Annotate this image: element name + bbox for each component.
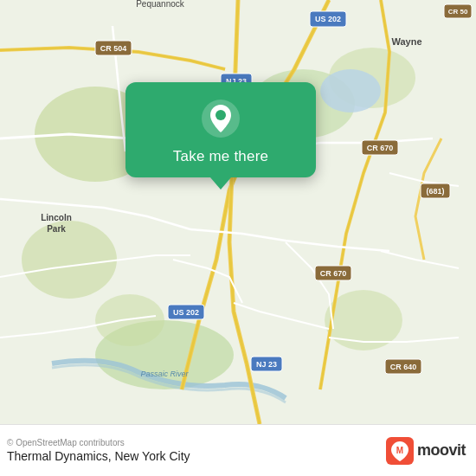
svg-point-36 (215, 110, 226, 120)
svg-point-8 (320, 69, 381, 113)
svg-point-6 (95, 294, 164, 346)
svg-text:CR 50: CR 50 (448, 8, 468, 16)
svg-text:Passaic River: Passaic River (140, 370, 189, 378)
bottom-bar: © OpenStreetMap contributors Thermal Dyn… (0, 424, 476, 476)
svg-text:Wayne: Wayne (391, 36, 421, 47)
svg-text:(681): (681) (426, 187, 444, 196)
map-view: US 202 NJ 23 CR 504 CR 670 CR 670 US 202… (0, 0, 476, 424)
moovit-wordmark: moovit (417, 441, 466, 460)
take-me-there-button[interactable]: Take me there (173, 148, 268, 165)
location-pin-icon (200, 98, 241, 139)
svg-text:CR 670: CR 670 (320, 269, 347, 278)
location-popup[interactable]: Take me there (125, 82, 316, 177)
svg-text:NJ 23: NJ 23 (256, 360, 277, 369)
svg-text:CR 504: CR 504 (100, 44, 127, 53)
svg-text:Park: Park (47, 224, 66, 234)
moovit-brand-icon: M (386, 437, 414, 465)
osm-attribution: © OpenStreetMap contributors (7, 438, 190, 447)
svg-text:Pequannock: Pequannock (136, 0, 185, 9)
svg-text:CR 670: CR 670 (367, 144, 394, 152)
moovit-logo: M moovit (386, 437, 466, 465)
svg-text:US 202: US 202 (315, 15, 341, 23)
svg-point-2 (22, 221, 117, 299)
svg-text:CR 640: CR 640 (390, 363, 417, 371)
location-info: © OpenStreetMap contributors Thermal Dyn… (7, 438, 190, 463)
location-name: Thermal Dynamics, New York City (7, 449, 190, 463)
svg-text:M: M (396, 446, 403, 455)
svg-text:US 202: US 202 (173, 308, 199, 317)
svg-text:Lincoln: Lincoln (41, 213, 72, 222)
